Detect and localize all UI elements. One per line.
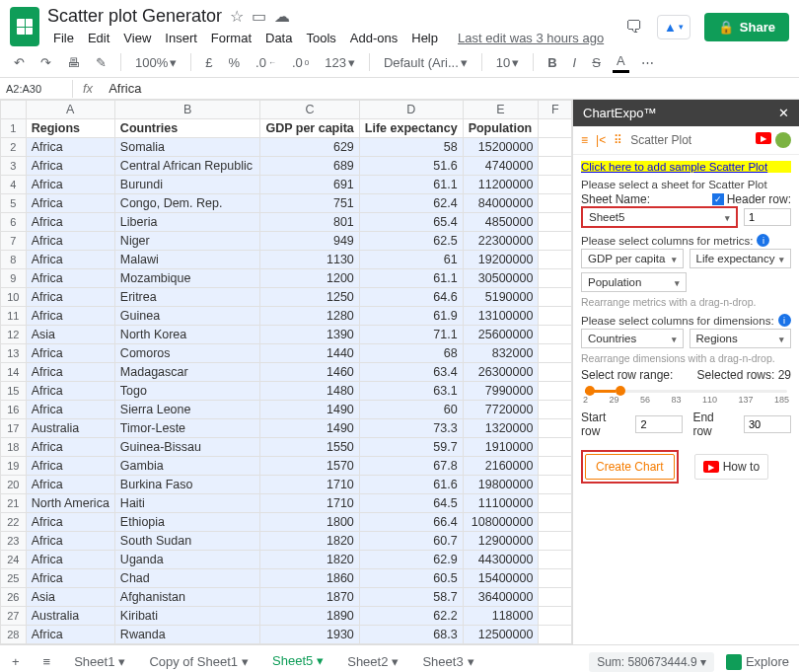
paint-icon[interactable]: ✎ [92,53,110,72]
panel-back-icon[interactable]: |< [596,133,606,147]
strike-btn[interactable]: S [588,53,605,72]
textcolor-btn[interactable]: A [613,51,629,73]
formula-bar[interactable]: Africa [103,78,147,99]
menu-view[interactable]: View [117,29,157,47]
info-icon[interactable]: i [778,314,791,327]
metric2-select[interactable]: Life expectancy [690,249,792,268]
header-row-lbl: Header row: [727,192,791,206]
notify-icon[interactable] [775,132,791,148]
fontsize-select[interactable]: 10 ▾ [492,53,523,72]
undo-icon[interactable]: ↶ [10,53,29,72]
dec-inc-btn[interactable]: .00 [288,53,313,72]
create-chart-button[interactable]: Create Chart [585,454,675,480]
metrics-label: Please select columns for metrics: [581,235,753,247]
range-ticks: 2295683110137185 [581,395,791,405]
last-edit-hint[interactable]: Last edit was 3 hours ago [452,29,610,47]
sheet-name-lbl: Sheet Name: [581,192,650,206]
redo-icon[interactable]: ↷ [36,53,55,72]
metrics-hint: Rearrange metrics with a drag-n-drop. [581,296,791,308]
close-icon[interactable]: ✕ [778,106,789,120]
spreadsheet-grid[interactable]: ABCDEF1RegionsCountriesGDP per capitaLif… [0,100,572,644]
youtube-icon[interactable]: ▶ [756,132,771,144]
range-label: Select row range: [581,368,673,382]
panel-menu-icon[interactable]: ≡ [581,133,588,147]
info-icon[interactable]: i [757,234,769,247]
panel-title: ChartExpo™ [583,106,656,120]
howto-button[interactable]: ▶How to [694,454,768,480]
menu-insert[interactable]: Insert [159,29,203,47]
all-sheets-button[interactable]: ≡ [32,648,63,672]
sheet-tabs: + ≡ Sheet1 ▾ Copy of Sheet1 ▾ Sheet5 ▾ S… [0,644,799,672]
zoom-select[interactable]: 100% ▾ [131,53,181,72]
star-icon[interactable]: ☆ [230,7,244,26]
tab-sheet3[interactable]: Sheet3 ▾ [410,648,485,672]
tab-sheet2[interactable]: Sheet2 ▾ [335,648,410,672]
cell-ref[interactable]: A2:A30 [0,80,73,98]
move-icon[interactable]: ▭ [252,7,266,26]
percent-btn[interactable]: % [224,53,244,72]
menu-addons[interactable]: Add-ons [344,29,403,47]
italic-btn[interactable]: I [569,53,581,72]
dim1-select[interactable]: Countries [581,329,684,348]
sheets-logo-icon[interactable] [10,7,39,46]
explore-button[interactable]: Explore [726,654,789,670]
end-row-input[interactable] [744,415,791,433]
start-row-lbl: Start row [581,411,625,438]
menu-edit[interactable]: Edit [82,29,115,47]
sample-link[interactable]: Click here to add sample Scatter Plot [581,161,791,173]
font-select[interactable]: Default (Ari... ▾ [380,53,472,72]
menu-data[interactable]: Data [259,29,298,47]
tab-sheet5[interactable]: Sheet5 ▾ [260,647,335,672]
present-button[interactable]: ▲▾ [657,15,690,39]
currency-btn[interactable]: £ [201,53,216,72]
range-slider[interactable] [585,390,787,393]
end-row-lbl: End row [692,411,734,438]
tab-copy-sheet1[interactable]: Copy of Sheet1 ▾ [137,648,260,672]
dim2-select[interactable]: Regions [690,329,792,348]
menu-file[interactable]: File [47,29,80,47]
doc-title[interactable]: Scatter plot Generator [47,6,222,27]
print-icon[interactable]: 🖶 [63,53,84,72]
dec-dec-btn[interactable]: .0← [252,53,280,72]
metric3-select[interactable]: Population [581,272,687,292]
selected-rows: Selected rows: 29 [697,368,791,382]
menu-bar: File Edit View Insert Format Data Tools … [47,27,625,47]
dims-label: Please select columns for dimensions: [581,315,774,327]
tab-sheet1[interactable]: Sheet1 ▾ [62,648,137,672]
sheet-label: Please select a sheet for Scatter Plot [581,179,791,190]
share-button[interactable]: 🔒Share [704,13,789,41]
menu-tools[interactable]: Tools [300,29,341,47]
panel-subtitle: Scatter Plot [630,133,691,147]
menu-help[interactable]: Help [405,29,444,47]
bold-btn[interactable]: B [544,53,560,72]
toolbar: ↶ ↷ 🖶 ✎ 100% ▾ £ % .0← .00 123 ▾ Default… [0,47,799,78]
menu-format[interactable]: Format [205,29,257,47]
scatter-icon: ⠿ [614,133,622,147]
metric1-select[interactable]: GDP per capita [581,249,684,268]
numfmt-btn[interactable]: 123 ▾ [321,53,359,72]
dims-hint: Rearrange dimensions with a drag-n-drop. [581,352,791,364]
add-sheet-button[interactable]: + [0,648,32,672]
fx-icon: fx [73,81,103,96]
header-checkbox[interactable]: ✓ [712,193,724,205]
more-icon[interactable]: ⋯ [637,53,658,72]
sheet-select[interactable]: Sheet5 [581,206,738,228]
chartexpo-panel: ChartExpo™ ✕ ≡ |< ⠿ Scatter Plot ▶ Click… [572,100,799,644]
start-row-input[interactable] [635,415,683,433]
cloud-icon[interactable]: ☁ [274,7,290,26]
sum-display[interactable]: Sum: 580673444.9 ▾ [589,652,714,672]
comment-icon[interactable]: 🗨 [625,17,643,37]
header-row-input[interactable] [744,208,791,226]
